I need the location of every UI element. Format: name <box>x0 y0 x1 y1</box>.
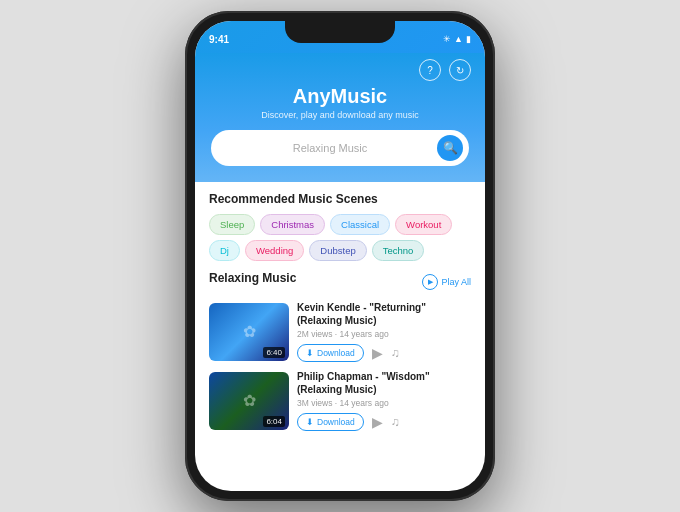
header: ? ↻ AnyMusic Discover, play and download… <box>195 53 485 182</box>
music-actions-2: ⬇ Download ▶ ♫ <box>297 413 471 431</box>
search-placeholder: Relaxing Music <box>223 142 437 154</box>
phone-screen: 9:41 ✳ ▲ ▮ ? ↻ AnyMusic Discover, play a… <box>195 21 485 491</box>
music-note-icon-1[interactable]: ♫ <box>391 346 400 360</box>
play-button-2[interactable]: ▶ <box>372 414 383 430</box>
phone-frame: 9:41 ✳ ▲ ▮ ? ↻ AnyMusic Discover, play a… <box>185 11 495 501</box>
tag-techno[interactable]: Techno <box>372 240 425 261</box>
thumbnail-1: ✿ 6:40 <box>209 303 289 361</box>
bluetooth-icon: ✳ <box>443 34 451 44</box>
download-button-2[interactable]: ⬇ Download <box>297 413 364 431</box>
tag-sleep[interactable]: Sleep <box>209 214 255 235</box>
tag-dubstep[interactable]: Dubstep <box>309 240 366 261</box>
music-item-2: ✿ 6:04 Philip Chapman - "Wisdom" (Relaxi… <box>209 370 471 431</box>
download-button-1[interactable]: ⬇ Download <box>297 344 364 362</box>
tag-classical[interactable]: Classical <box>330 214 390 235</box>
music-section-title: Relaxing Music <box>209 271 296 285</box>
download-label-2: Download <box>317 417 355 427</box>
status-time: 9:41 <box>209 34 229 45</box>
thumb-logo-2: ✿ <box>243 391 256 410</box>
app-subtitle: Discover, play and download any music <box>209 110 471 120</box>
settings-icon: ↻ <box>456 65 464 76</box>
tag-dj[interactable]: Dj <box>209 240 240 261</box>
play-all-label: Play All <box>441 277 471 287</box>
content: Recommended Music Scenes Sleep Christmas… <box>195 182 485 491</box>
music-section-header: Relaxing Music ▶ Play All <box>209 271 471 293</box>
help-icon: ? <box>427 65 433 76</box>
wifi-icon: ▲ <box>454 34 463 44</box>
thumb-duration-1: 6:40 <box>263 347 285 358</box>
play-button-1[interactable]: ▶ <box>372 345 383 361</box>
tag-christmas[interactable]: Christmas <box>260 214 325 235</box>
help-button[interactable]: ? <box>419 59 441 81</box>
download-label-1: Download <box>317 348 355 358</box>
search-bar[interactable]: Relaxing Music 🔍 <box>211 130 469 166</box>
music-title-1: Kevin Kendle - "Returning" (Relaxing Mus… <box>297 301 471 327</box>
battery-icon: ▮ <box>466 34 471 44</box>
tags-row-1: Sleep Christmas Classical Workout <box>209 214 471 235</box>
status-icons: ✳ ▲ ▮ <box>443 34 471 44</box>
search-icon: 🔍 <box>443 141 458 155</box>
music-item-1: ✿ 6:40 Kevin Kendle - "Returning" (Relax… <box>209 301 471 362</box>
music-title-2: Philip Chapman - "Wisdom" (Relaxing Musi… <box>297 370 471 396</box>
header-icons: ? ↻ <box>209 59 471 81</box>
thumb-duration-2: 6:04 <box>263 416 285 427</box>
music-meta-2: 3M views · 14 years ago <box>297 398 471 408</box>
thumbnail-2: ✿ 6:04 <box>209 372 289 430</box>
tag-wedding[interactable]: Wedding <box>245 240 304 261</box>
play-all-circle: ▶ <box>422 274 438 290</box>
tags-row-2: Dj Wedding Dubstep Techno <box>209 240 471 261</box>
play-all-button[interactable]: ▶ Play All <box>422 274 471 290</box>
notch <box>285 21 395 43</box>
tag-workout[interactable]: Workout <box>395 214 452 235</box>
music-info-1: Kevin Kendle - "Returning" (Relaxing Mus… <box>297 301 471 362</box>
download-icon-1: ⬇ <box>306 348 314 358</box>
music-meta-1: 2M views · 14 years ago <box>297 329 471 339</box>
music-info-2: Philip Chapman - "Wisdom" (Relaxing Musi… <box>297 370 471 431</box>
music-actions-1: ⬇ Download ▶ ♫ <box>297 344 471 362</box>
recommended-title: Recommended Music Scenes <box>209 192 471 206</box>
search-button[interactable]: 🔍 <box>437 135 463 161</box>
settings-button[interactable]: ↻ <box>449 59 471 81</box>
thumb-logo-1: ✿ <box>243 322 256 341</box>
music-note-icon-2[interactable]: ♫ <box>391 415 400 429</box>
app-title: AnyMusic <box>209 85 471 108</box>
download-icon-2: ⬇ <box>306 417 314 427</box>
